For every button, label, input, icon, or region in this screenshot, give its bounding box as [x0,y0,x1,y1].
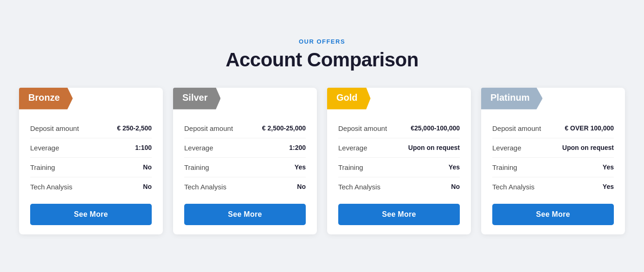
see-more-button-gold[interactable]: See More [338,204,460,225]
row-label: Training [492,163,517,171]
cards-container: BronzeDeposit amount€ 250-2,500Leverage1… [14,88,630,234]
btn-wrap-gold: See More [327,196,471,225]
page-wrapper: OUR OFFERS Account Comparison BronzeDepo… [0,19,644,253]
btn-wrap-bronze: See More [19,196,163,225]
row-value: € 2,500-25,000 [262,124,306,132]
header-title: Account Comparison [14,49,630,71]
card-bronze: BronzeDeposit amount€ 250-2,500Leverage1… [19,88,163,234]
row-label: Tech Analysis [492,183,535,191]
row-label: Training [338,163,363,171]
row-value: Yes [295,163,306,171]
row-value: 1:200 [289,144,306,151]
table-row: Tech AnalysisNo [338,177,460,196]
row-label: Training [184,163,209,171]
badge-bronze: Bronze [19,88,73,110]
row-label: Tech Analysis [184,183,226,191]
table-row: Tech AnalysisYes [492,177,614,196]
row-value: Upon on request [562,144,614,151]
page-header: OUR OFFERS Account Comparison [14,38,630,71]
card-platinum: PlatinumDeposit amount€ OVER 100,000Leve… [481,88,625,234]
row-value: No [451,183,460,190]
table-row: Deposit amount€ 2,500-25,000 [184,119,306,138]
card-rows-silver: Deposit amount€ 2,500-25,000Leverage1:20… [173,119,317,196]
header-subtitle: OUR OFFERS [14,38,630,45]
row-label: Deposit amount [338,124,387,132]
row-label: Deposit amount [184,124,233,132]
row-value: €25,000-100,000 [411,124,460,132]
card-rows-bronze: Deposit amount€ 250-2,500Leverage1:100Tr… [19,119,163,196]
row-label: Leverage [184,144,213,152]
table-row: Leverage1:200 [184,138,306,158]
row-value: Yes [603,163,614,171]
table-row: Tech AnalysisNo [30,177,152,196]
table-row: TrainingYes [184,158,306,177]
table-row: TrainingNo [30,158,152,177]
row-value: Yes [449,163,460,171]
card-silver: SilverDeposit amount€ 2,500-25,000Levera… [173,88,317,234]
row-value: No [143,183,152,190]
table-row: Deposit amount€ 250-2,500 [30,119,152,138]
row-value: Yes [603,183,614,190]
badge-silver: Silver [173,88,220,110]
card-rows-gold: Deposit amount€25,000-100,000LeverageUpo… [327,119,471,196]
card-gold: GoldDeposit amount€25,000-100,000Leverag… [327,88,471,234]
table-row: TrainingYes [492,158,614,177]
row-label: Tech Analysis [338,183,380,191]
row-label: Training [30,163,55,171]
row-label: Tech Analysis [30,183,72,191]
table-row: Deposit amount€ OVER 100,000 [492,119,614,138]
row-value: Upon on request [408,144,460,151]
table-row: LeverageUpon on request [492,138,614,158]
see-more-button-platinum[interactable]: See More [492,204,614,225]
table-row: Leverage1:100 [30,138,152,158]
row-label: Leverage [30,144,59,152]
row-label: Deposit amount [492,124,541,132]
row-value: No [297,183,306,190]
card-rows-platinum: Deposit amount€ OVER 100,000LeverageUpon… [481,119,625,196]
see-more-button-silver[interactable]: See More [184,204,306,225]
badge-gold: Gold [327,88,371,110]
table-row: TrainingYes [338,158,460,177]
btn-wrap-platinum: See More [481,196,625,225]
row-value: No [143,163,152,171]
badge-platinum: Platinum [481,88,542,110]
row-value: € OVER 100,000 [565,124,614,132]
table-row: LeverageUpon on request [338,138,460,158]
see-more-button-bronze[interactable]: See More [30,204,152,225]
row-label: Leverage [338,144,367,152]
table-row: Deposit amount€25,000-100,000 [338,119,460,138]
row-value: 1:100 [135,144,152,151]
row-value: € 250-2,500 [117,124,152,132]
table-row: Tech AnalysisNo [184,177,306,196]
btn-wrap-silver: See More [173,196,317,225]
row-label: Deposit amount [30,124,79,132]
row-label: Leverage [492,144,522,152]
